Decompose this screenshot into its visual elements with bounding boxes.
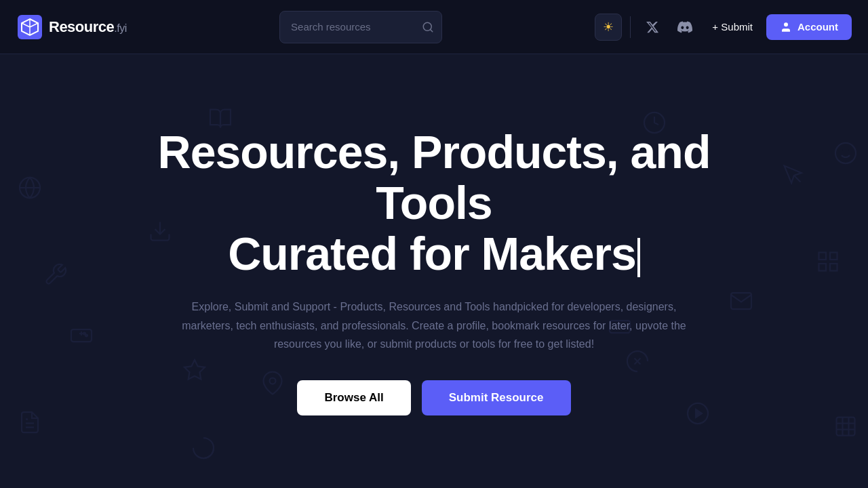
theme-toggle-button[interactable]: ☀ <box>595 14 622 41</box>
svg-line-2 <box>431 29 433 31</box>
hero-title: Resources, Products, and Tools Curated f… <box>145 127 723 279</box>
submit-button[interactable]: + Submit <box>704 16 761 38</box>
search-container <box>279 11 442 43</box>
twitter-button[interactable] <box>639 14 666 41</box>
svg-rect-25 <box>830 264 837 271</box>
nav-actions: ☀ + Submit Account <box>595 14 852 41</box>
svg-point-13 <box>193 438 214 458</box>
search-area <box>157 11 564 43</box>
navbar: Resource.fyi ☀ <box>0 0 868 54</box>
search-input[interactable] <box>279 11 442 43</box>
account-button[interactable]: Account <box>766 14 852 40</box>
sun-icon: ☀ <box>603 20 614 35</box>
hero-section: Resources, Products, and Tools Curated f… <box>0 54 868 488</box>
bg-icon-grid <box>816 249 840 280</box>
bg-icon-link <box>833 141 858 171</box>
brand-name: Resource.fyi <box>49 18 127 36</box>
bg-icon-tool <box>43 262 68 292</box>
browse-all-button[interactable]: Browse All <box>297 380 410 415</box>
bg-icon-halfcircle <box>191 436 216 466</box>
svg-point-4 <box>20 178 40 198</box>
bg-icon-table <box>833 414 858 445</box>
logo-area: Resource.fyi <box>16 14 127 41</box>
hero-subtitle: Explore, Submit and Support - Products, … <box>170 298 698 353</box>
account-label: Account <box>797 21 838 33</box>
bg-icon-gamepad <box>69 323 94 354</box>
svg-point-7 <box>85 334 87 336</box>
bg-icon-cursor <box>781 163 806 193</box>
submit-resource-button[interactable]: Submit Resource <box>422 380 571 415</box>
search-button[interactable] <box>422 21 434 33</box>
discord-button[interactable] <box>671 14 698 41</box>
svg-rect-26 <box>819 264 827 271</box>
hero-content: Resources, Products, and Tools Curated f… <box>129 127 739 415</box>
logo-icon <box>16 14 43 41</box>
svg-rect-6 <box>71 329 92 342</box>
svg-rect-23 <box>819 253 827 260</box>
svg-point-8 <box>83 332 85 334</box>
svg-rect-19 <box>836 418 854 436</box>
hero-buttons: Browse All Submit Resource <box>145 380 723 415</box>
svg-rect-24 <box>830 253 837 260</box>
account-icon <box>780 21 792 33</box>
svg-point-20 <box>835 143 856 163</box>
bg-icon-file <box>18 410 42 441</box>
bg-icon-globe <box>18 176 42 205</box>
nav-divider <box>630 16 631 38</box>
svg-point-3 <box>784 22 788 26</box>
cursor-blink <box>637 238 640 277</box>
submit-label: + Submit <box>712 21 753 33</box>
